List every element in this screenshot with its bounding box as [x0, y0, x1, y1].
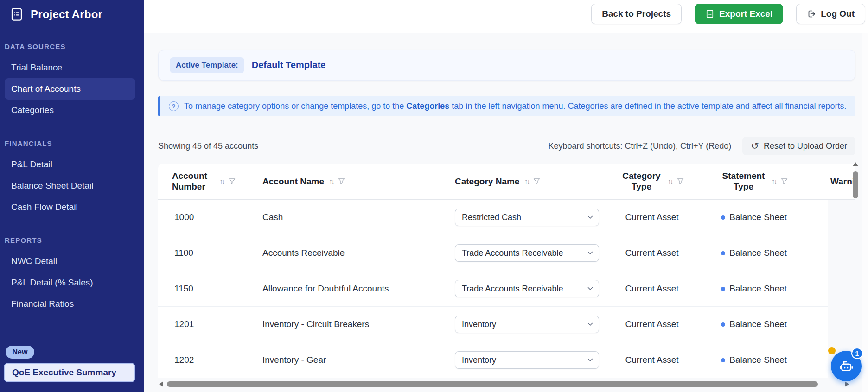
cell-category-type: Current Asset [603, 235, 701, 271]
sidebar: Project Arbor DATA SOURCESTrial BalanceC… [0, 0, 144, 392]
cell-account-name: Accounts Receivable [251, 235, 450, 271]
section-label-reports: REPORTS [5, 236, 144, 244]
info-banner: ? To manage category options or change t… [158, 96, 855, 116]
cell-category-name: Inventory [450, 307, 603, 342]
sort-icon[interactable]: ↑↓ [219, 177, 224, 186]
sidebar-item-qoe-executive-summary[interactable]: QoE Executive Summary [4, 363, 135, 382]
section-label-financials: FINANCIALS [5, 139, 144, 147]
column-header-account-number: Account Number ↑↓ [158, 164, 251, 199]
category-select[interactable]: Inventory [455, 316, 599, 333]
statement-type-dot-icon [721, 322, 725, 327]
keyboard-shortcuts-text: Keyboard shortcuts: Ctrl+Z (Undo), Ctrl+… [548, 141, 731, 151]
cell-account-number: 1000 [158, 200, 251, 235]
back-to-projects-button[interactable]: Back to Projects [591, 4, 682, 24]
page-scrollbar-gutter [862, 33, 868, 392]
cell-account-number: 1150 [158, 271, 251, 306]
vertical-scrollbar-thumb[interactable] [853, 171, 858, 198]
sort-icon[interactable]: ↑↓ [772, 177, 776, 186]
horizontal-scrollbar-thumb[interactable] [167, 381, 818, 387]
column-header-statement-type: Statement Type ↑↓ [701, 164, 807, 199]
app-title: Project Arbor [31, 8, 102, 21]
cell-category-name: Inventory [450, 342, 603, 378]
active-template-badge: Active Template: [170, 57, 244, 73]
logout-button[interactable]: Log Out [796, 4, 865, 24]
cell-statement-type: Balance Sheet [701, 342, 807, 378]
cell-statement-type: Balance Sheet [701, 200, 807, 235]
statement-type-label: Balance Sheet [729, 212, 787, 222]
sidebar-item-categories[interactable]: Categories [0, 100, 144, 121]
reset-icon: ↺ [751, 141, 759, 151]
cell-category-name: Trade Accounts Receivable [450, 271, 603, 306]
sidebar-item-trial-balance[interactable]: Trial Balance [0, 57, 144, 78]
sort-icon[interactable]: ↑↓ [329, 177, 333, 186]
nav-list: P&L DetailBalance Sheet DetailCash Flow … [0, 154, 144, 218]
question-circle-icon: ? [169, 101, 179, 111]
cell-category-name: Restricted Cash [450, 200, 603, 235]
back-to-projects-label: Back to Projects [602, 9, 671, 19]
horizontal-scrollbar[interactable] [158, 380, 855, 388]
category-select[interactable]: Inventory [455, 351, 599, 369]
table-row: 1201 Inventory - Circuit Breakers Invent… [158, 307, 828, 342]
document-icon [9, 7, 24, 22]
cell-statement-type: Balance Sheet [701, 235, 807, 271]
chevron-down-icon [587, 358, 593, 362]
sidebar-item-p-l-detail[interactable]: P&L Detail [0, 154, 144, 175]
cell-category-type: Current Asset [603, 342, 701, 378]
category-select-value: Inventory [462, 355, 496, 365]
column-header-warnings: Warnings [807, 164, 855, 199]
category-select[interactable]: Restricted Cash [455, 209, 599, 226]
category-select-value: Trade Accounts Receivable [462, 248, 563, 258]
chevron-down-icon [587, 287, 593, 291]
sidebar-item-balance-sheet-detail[interactable]: Balance Sheet Detail [0, 175, 144, 196]
sidebar-item-nwc-detail[interactable]: NWC Detail [0, 251, 144, 272]
sidebar-item-p-l-detail-sales-[interactable]: P&L Detail (% Sales) [0, 272, 144, 293]
category-select-value: Inventory [462, 320, 496, 329]
scroll-right-arrow-icon[interactable] [845, 381, 849, 387]
scroll-up-arrow-icon[interactable] [853, 162, 858, 166]
filter-icon[interactable] [338, 178, 345, 185]
reset-to-upload-order-button[interactable]: ↺ Reset to Upload Order [742, 137, 855, 155]
logout-icon [807, 9, 816, 19]
robot-icon [838, 358, 854, 374]
category-select[interactable]: Trade Accounts Receivable [455, 244, 599, 262]
export-excel-label: Export Excel [719, 9, 772, 19]
nav-list: NWC DetailP&L Detail (% Sales)Financial … [0, 251, 144, 315]
cell-account-name: Inventory - Gear [251, 342, 450, 378]
sort-icon[interactable]: ↑↓ [668, 177, 672, 186]
filter-icon[interactable] [229, 178, 236, 185]
info-banner-text: To manage category options or change tem… [184, 101, 847, 111]
active-template-card: Active Template: Default Template [158, 50, 855, 81]
app-logo: Project Arbor [0, 0, 144, 24]
statement-type-label: Balance Sheet [729, 355, 787, 365]
main-area: Back to Projects Export Excel Log Out Ac… [144, 0, 868, 392]
sidebar-item-chart-of-accounts[interactable]: Chart of Accounts [5, 78, 135, 100]
logout-label: Log Out [821, 9, 855, 19]
chat-unread-badge: 1 [851, 348, 863, 359]
topbar: Back to Projects Export Excel Log Out [144, 0, 868, 33]
table-header: Account Number ↑↓ Account Name ↑↓ Catego… [158, 164, 855, 200]
chevron-down-icon [587, 322, 593, 326]
sort-icon[interactable]: ↑↓ [524, 177, 529, 186]
new-badge: New [6, 346, 34, 359]
cell-statement-type: Balance Sheet [701, 307, 807, 342]
statement-type-label: Balance Sheet [729, 248, 787, 258]
qoe-item-label: QoE Executive Summary [12, 367, 116, 378]
notification-dot [828, 347, 836, 354]
sidebar-item-financial-ratios[interactable]: Financial Ratios [0, 293, 144, 315]
reset-to-upload-order-label: Reset to Upload Order [764, 141, 847, 151]
export-excel-button[interactable]: Export Excel [695, 4, 783, 24]
cell-statement-type: Balance Sheet [701, 271, 807, 306]
sidebar-item-cash-flow-detail[interactable]: Cash Flow Detail [0, 196, 144, 218]
statement-type-dot-icon [721, 251, 725, 255]
chevron-down-icon [587, 215, 593, 219]
filter-icon[interactable] [677, 178, 684, 185]
filter-icon[interactable] [781, 178, 788, 185]
table-row: 1150 Allowance for Doubtful Accounts Tra… [158, 271, 828, 307]
scroll-left-arrow-icon[interactable] [159, 381, 163, 387]
table-row: 1100 Accounts Receivable Trade Accounts … [158, 235, 828, 271]
filter-icon[interactable] [533, 178, 540, 185]
statement-type-label: Balance Sheet [729, 284, 787, 294]
category-select[interactable]: Trade Accounts Receivable [455, 280, 599, 297]
category-select-value: Restricted Cash [462, 213, 521, 222]
category-select-value: Trade Accounts Receivable [462, 284, 563, 294]
